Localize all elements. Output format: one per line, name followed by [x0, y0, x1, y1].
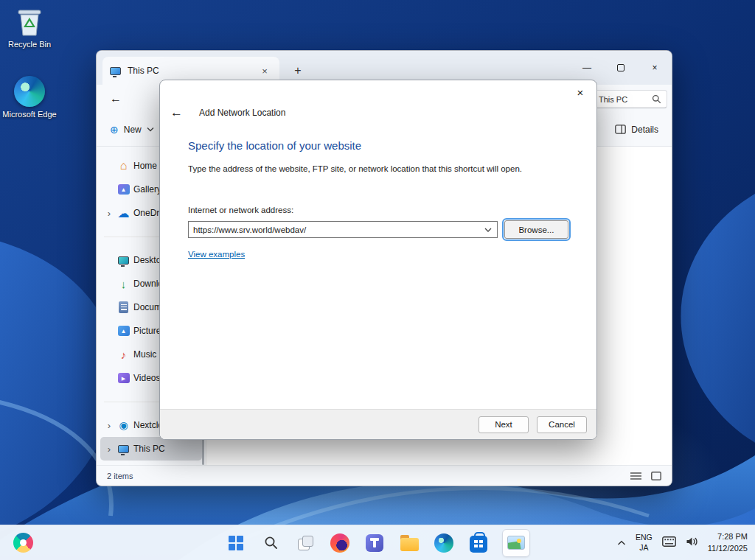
desktop: Recycle Bin Microsoft Edge This PC × + —…	[0, 0, 755, 560]
videos-icon: ▶	[118, 373, 130, 383]
start-button[interactable]	[225, 532, 247, 554]
close-button[interactable]: ×	[638, 51, 672, 85]
volume-button[interactable]	[686, 536, 698, 549]
details-button[interactable]: Details	[615, 125, 658, 135]
address-label: Internet or network address:	[188, 206, 568, 214]
date-text: 11/12/2025	[708, 543, 748, 554]
edge-icon	[14, 76, 45, 107]
nextcloud-icon: ◉	[116, 419, 131, 432]
dialog-close-button[interactable]: ×	[571, 84, 589, 100]
keyboard-icon	[662, 536, 676, 547]
search-icon	[652, 94, 661, 104]
search-icon	[264, 536, 278, 550]
new-tab-button[interactable]: +	[288, 61, 307, 80]
task-view-button[interactable]	[294, 532, 316, 554]
details-pane-icon	[615, 125, 626, 134]
language-indicator[interactable]: ENG JA	[636, 533, 653, 553]
taskbar-teams-button[interactable]	[363, 532, 386, 554]
widgets-icon	[13, 533, 33, 553]
recycle-bin-shortcut[interactable]: Recycle Bin	[0, 6, 59, 49]
maximize-icon	[617, 64, 624, 71]
list-view-icon[interactable]	[630, 472, 641, 480]
edge-icon	[434, 533, 453, 553]
new-button-label: New	[124, 125, 142, 135]
explorer-statusbar: 2 items	[97, 465, 672, 486]
recycle-bin-icon	[16, 6, 43, 37]
chevron-up-icon	[617, 540, 626, 546]
desktop-icon	[118, 256, 129, 265]
search-text: This PC	[599, 95, 627, 104]
next-button[interactable]: Next	[479, 416, 529, 433]
desktop-icon-label: Recycle Bin	[8, 40, 51, 49]
details-button-label: Details	[631, 125, 658, 135]
taskbar-store-button[interactable]	[467, 532, 490, 554]
combo-dropdown-button[interactable]	[484, 228, 497, 232]
home-icon: ⌂	[116, 159, 131, 172]
sidebar-item-this-pc[interactable]: › This PC	[100, 437, 202, 461]
back-button[interactable]: ←	[110, 92, 122, 105]
microsoft-edge-shortcut[interactable]: Microsoft Edge	[0, 76, 59, 119]
new-button[interactable]: ⊕ New	[110, 124, 154, 136]
taskbar-edge-button[interactable]	[433, 532, 455, 554]
browse-button[interactable]: Browse...	[504, 220, 568, 239]
taskbar-firefox-button[interactable]	[329, 532, 351, 554]
onedrive-icon: ☁	[116, 206, 131, 220]
large-icons-view-icon[interactable]	[651, 472, 661, 480]
documents-icon	[119, 301, 128, 313]
pictures-icon: ▲	[118, 326, 130, 336]
windows-logo-icon	[229, 536, 243, 550]
taskbar-search-button[interactable]	[260, 532, 282, 554]
desktop-icon-label: Microsoft Edge	[2, 110, 56, 119]
firefox-icon	[330, 533, 349, 553]
taskbar: ENG JA	[0, 525, 755, 560]
dialog-back-button[interactable]: ←	[170, 105, 183, 120]
teams-icon	[366, 534, 383, 552]
address-value: https://www.srv.world/webdav/	[193, 225, 306, 234]
add-network-location-dialog: × ← Add Network Location Specify the loc…	[159, 80, 597, 440]
widgets-button[interactable]	[12, 532, 34, 554]
taskbar-active-app-button[interactable]	[502, 529, 530, 557]
items-count: 2 items	[107, 472, 133, 480]
chevron-right-icon[interactable]: ›	[105, 420, 114, 431]
dialog-description: Type the address of the website, FTP sit…	[188, 164, 568, 173]
address-input[interactable]: https://www.srv.world/webdav/	[188, 221, 498, 238]
this-pc-icon	[110, 67, 121, 75]
dialog-title: Add Network Location	[199, 108, 285, 118]
chevron-right-icon[interactable]: ›	[105, 208, 114, 219]
tray-overflow-button[interactable]	[617, 538, 626, 548]
speaker-icon	[686, 536, 698, 547]
chevron-down-icon	[484, 228, 492, 232]
this-pc-icon	[118, 445, 129, 453]
gallery-icon: ▲	[118, 184, 130, 195]
time-text: 7:28 PM	[708, 531, 748, 542]
plus-circle-icon: ⊕	[110, 124, 119, 136]
dialog-heading: Specify the location of your website	[188, 139, 568, 152]
folder-icon	[400, 538, 419, 551]
downloads-icon: ↓	[116, 277, 131, 290]
taskbar-file-explorer-button[interactable]	[398, 532, 420, 554]
clock[interactable]: 7:28 PM 11/12/2025	[708, 531, 748, 554]
view-examples-link[interactable]: View examples	[188, 250, 245, 259]
task-view-icon	[298, 536, 313, 550]
tab-title: This PC	[128, 66, 159, 76]
chevron-down-icon	[147, 127, 154, 132]
touch-keyboard-button[interactable]	[662, 536, 676, 549]
microsoft-store-icon	[470, 536, 487, 553]
cancel-button[interactable]: Cancel	[537, 416, 587, 433]
active-app-icon	[507, 536, 525, 550]
music-icon: ♪	[116, 348, 131, 361]
tab-close-button[interactable]: ×	[257, 63, 272, 78]
chevron-right-icon[interactable]: ›	[105, 444, 114, 455]
maximize-button[interactable]	[604, 51, 638, 85]
